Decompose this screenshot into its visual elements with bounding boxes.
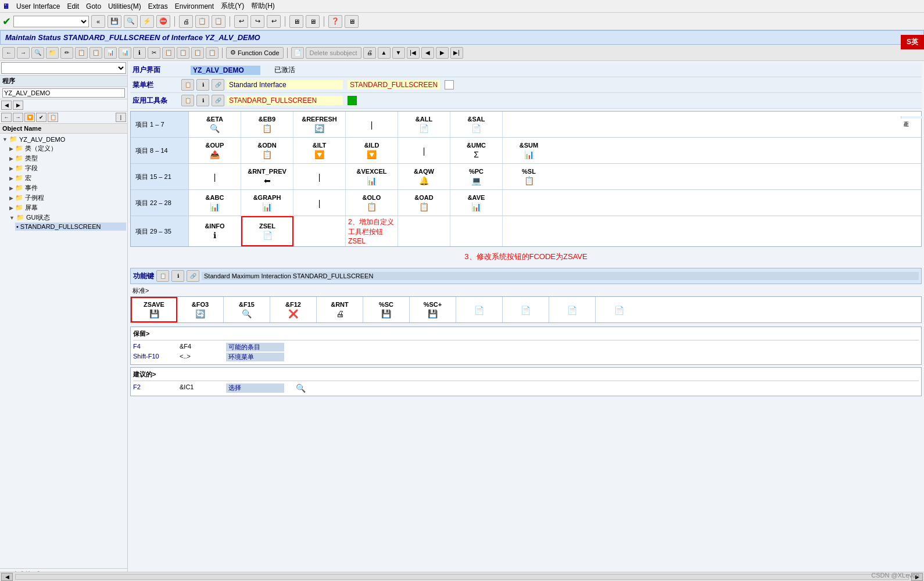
grid-cell-r4c7[interactable] [503, 190, 555, 216]
grid-cell-r2c3[interactable]: &ILT 🔽 [293, 138, 346, 163]
scroll-track[interactable] [15, 574, 909, 580]
fk-info-btn[interactable]: ℹ [171, 270, 184, 282]
key-cell-f12[interactable]: &F12 ❌ [270, 297, 317, 322]
grid-cell-r4c5[interactable]: &OAD 📋 [398, 190, 450, 216]
grid-cell-r1c4[interactable]: | [346, 112, 398, 137]
help-btn[interactable]: ❓ [328, 15, 342, 28]
s5-btn[interactable]: 📋 [89, 47, 102, 59]
print-sec-btn[interactable]: 🖨 [363, 47, 376, 59]
tree-item-macro[interactable]: ▶ 📁 宏 [8, 173, 126, 183]
grid-cell-r2c4[interactable]: &ILD 🔽 [346, 138, 398, 163]
key-cell-f15[interactable]: &F15 🔍 [224, 297, 270, 322]
grid-cell-r4c2[interactable]: &GRAPH 📊 [241, 190, 293, 216]
menu-system[interactable]: 系统(Y) [221, 1, 244, 11]
s1-btn[interactable]: 🔍 [31, 47, 44, 59]
refresh-btn[interactable]: 🔍 [124, 15, 138, 28]
back-btn[interactable]: « [91, 15, 105, 28]
print2-btn[interactable]: 📋 [195, 15, 209, 28]
s6-btn[interactable]: 📊 [104, 47, 117, 59]
menu-edit[interactable]: Edit [67, 2, 79, 10]
grid-cell-r1c6[interactable]: &SAL 📄 [450, 112, 503, 137]
tree-item-screen[interactable]: ▶ 📁 屏幕 [8, 203, 126, 213]
program-input[interactable] [2, 88, 125, 98]
key-cell-rnt[interactable]: &RNT 🖨 [317, 297, 363, 322]
tree-item-standard-fullscreen[interactable]: • STANDARD_FULLSCREEN [15, 223, 126, 231]
s3-btn[interactable]: ✏ [60, 47, 73, 59]
grid-cell-r3c4[interactable]: &VEXCEL 📊 [346, 164, 398, 189]
fk-link-btn[interactable]: 🔗 [187, 270, 199, 282]
grid-cell-r5c2-zsel[interactable]: ZSEL 📄 [241, 216, 293, 246]
menu-help[interactable]: 帮助(H) [251, 1, 275, 11]
grid-cell-r5c3[interactable] [293, 216, 346, 246]
key-cell-sc[interactable]: %SC 💾 [363, 297, 410, 322]
forward-sec-btn[interactable]: → [17, 47, 30, 59]
tool3-btn[interactable]: 🔽 [24, 113, 35, 122]
grid-cell-r3c5[interactable]: &AQW 🔔 [398, 164, 450, 189]
menu-environment[interactable]: Environment [175, 2, 214, 10]
first-btn[interactable]: |◀ [407, 47, 420, 59]
grid-cell-r1c2[interactable]: &EB9 📋 [241, 112, 293, 137]
s2-btn[interactable]: 📁 [46, 47, 59, 59]
grid-cell-r3c3[interactable]: | [293, 164, 346, 189]
grid-cell-r2c2[interactable]: &ODN 📋 [241, 138, 293, 163]
mb-link-btn[interactable]: 🔗 [212, 79, 224, 91]
tree-item-field[interactable]: ▶ 📁 字段 [8, 163, 126, 173]
tree-item-subroutine[interactable]: ▶ 📁 子例程 [8, 193, 126, 203]
tree-item-gui[interactable]: ▼ 📁 GUI状态 [8, 213, 126, 223]
s4-btn[interactable]: 📋 [75, 47, 88, 59]
grid-cell-r5c6[interactable] [450, 216, 503, 246]
arrow-down-btn[interactable]: ▼ [392, 47, 405, 59]
last-btn[interactable]: ▶| [450, 47, 463, 59]
menu-goto[interactable]: Goto [86, 2, 101, 10]
grid-cell-r3c6[interactable]: %PC 💻 [450, 164, 503, 189]
key-cell-10[interactable]: 📄 [549, 297, 596, 322]
grid-cell-r3c1[interactable]: | [189, 164, 241, 189]
copy-btn[interactable]: 📋 [212, 15, 225, 28]
tb-info-btn[interactable]: ℹ [196, 95, 209, 106]
tool5-btn[interactable]: 📋 [48, 113, 58, 122]
tool1-btn[interactable]: ← [1, 113, 12, 122]
key-cell-11[interactable]: 📄 [596, 297, 642, 322]
grid-cell-r5c1[interactable]: &INFO ℹ [189, 216, 241, 246]
doc-btn[interactable]: 📄 [291, 47, 304, 59]
grid-cell-r1c1[interactable]: &ETA 🔍 [189, 112, 241, 137]
mb-info-btn[interactable]: ℹ [196, 79, 209, 91]
grid-cell-r1c3[interactable]: &REFRESH 🔄 [293, 112, 346, 137]
grid-cell-r4c3[interactable]: | [293, 190, 346, 216]
bottom-scrollbar[interactable]: ◀ ▶ [0, 572, 924, 581]
key-cell-fo3[interactable]: &FO3 🔄 [177, 297, 224, 322]
key-cell-scplus[interactable]: %SC+ 💾 [410, 297, 456, 322]
grid-cell-r2c1[interactable]: &OUP 📤 [189, 138, 241, 163]
nav3-btn[interactable]: ↩ [267, 15, 281, 28]
execute-btn[interactable]: ⚡ [140, 15, 154, 28]
grid-cell-r5c7[interactable] [503, 216, 555, 246]
s11-btn[interactable]: 📋 [177, 47, 189, 59]
fk-copy-btn[interactable]: 📋 [156, 270, 169, 282]
s10-btn[interactable]: 📋 [162, 47, 175, 59]
layout2-btn[interactable]: 🖥 [306, 15, 320, 28]
grid-cell-r3c2[interactable]: &RNT_PREV ⬅ [241, 164, 293, 189]
grid-cell-r1c7[interactable] [503, 112, 555, 137]
layout-btn[interactable]: 🖥 [289, 15, 303, 28]
nav1-btn[interactable]: ↩ [234, 15, 248, 28]
sidebar-combo[interactable] [1, 62, 126, 74]
grid-cell-r4c1[interactable]: &ABC 📊 [189, 190, 241, 216]
grid-cell-r4c4[interactable]: &OLO 📋 [346, 190, 398, 216]
menu-utilities[interactable]: Utilities(M) [108, 2, 141, 10]
function-code-btn[interactable]: ⚙ Function Code [226, 47, 284, 59]
scroll-left-btn[interactable]: ◀ [1, 573, 13, 581]
grid-cell-r1c5[interactable]: &ALL 📄 [398, 112, 450, 137]
s13-btn[interactable]: 📋 [206, 47, 219, 59]
prev-btn[interactable]: ◀ [421, 47, 434, 59]
stop-btn[interactable]: ⛔ [156, 15, 170, 28]
s9-btn[interactable]: ✂ [148, 47, 160, 59]
tool4-btn[interactable]: ✔ [36, 113, 46, 122]
grid-cell-r4c6[interactable]: &AVE 📊 [450, 190, 503, 216]
menu-user-interface[interactable]: User Interface [16, 2, 60, 10]
tb-link-btn[interactable]: 🔗 [212, 95, 224, 106]
green-checkmark-btn[interactable]: ✔ [2, 15, 11, 28]
tool2-btn[interactable]: → [13, 113, 23, 122]
s7-btn[interactable]: 📊 [119, 47, 131, 59]
tree-item-type[interactable]: ▶ 📁 类型 [8, 153, 126, 163]
grid-cell-r5c5[interactable] [398, 216, 450, 246]
